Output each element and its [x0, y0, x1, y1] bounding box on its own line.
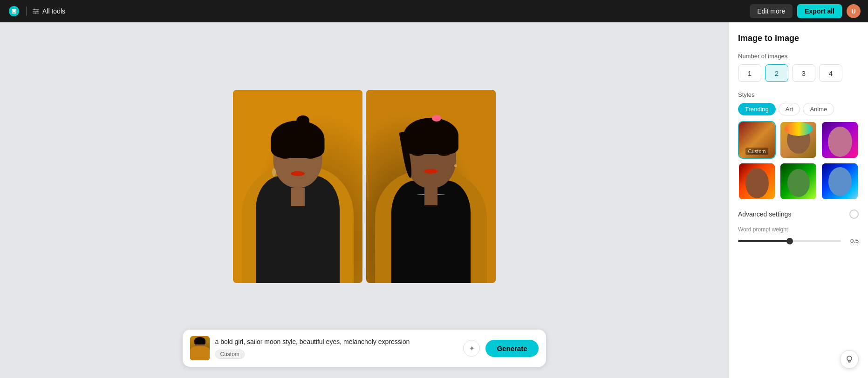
images-container: [233, 90, 496, 283]
slider-value: 0.5: [846, 237, 859, 244]
export-all-button[interactable]: Export all: [797, 4, 842, 18]
style-card-oil-painting[interactable]: Oil painting anime: [821, 162, 859, 200]
slider-track[interactable]: [738, 240, 841, 242]
sparkle-icon: ✦: [469, 344, 475, 353]
style-card-custom[interactable]: Custom: [738, 121, 776, 159]
advanced-settings-row: Advanced settings: [738, 209, 859, 219]
styles-tabs: Trending Art Anime: [738, 103, 859, 115]
avatar[interactable]: U: [847, 4, 861, 18]
num-btn-2[interactable]: 2: [765, 64, 788, 82]
topbar-left: All tools: [7, 5, 65, 18]
prompt-thumbnail: [190, 336, 210, 360]
word-prompt-weight-label: Word prompt weight: [738, 226, 859, 233]
num-btn-4[interactable]: 4: [819, 64, 842, 82]
slider-thumb[interactable]: [786, 238, 793, 244]
style-card-american-bg: American cartoon: [739, 163, 775, 199]
advanced-settings-label: Advanced settings: [738, 210, 791, 218]
style-card-cyberpunk-bg: Cyberpunk: [780, 163, 816, 199]
style-card-cyberpunk[interactable]: Cyberpunk: [779, 162, 817, 200]
slider-row: 0.5: [738, 237, 859, 244]
style-card-custom-bg: Custom: [739, 122, 775, 158]
all-tools-label: All tools: [42, 7, 65, 15]
style-tab-anime[interactable]: Anime: [803, 103, 834, 115]
topbar-divider: [26, 7, 27, 16]
generate-button[interactable]: Generate: [485, 340, 538, 357]
number-of-images-label: Number of images: [738, 53, 859, 60]
hint-button[interactable]: [840, 350, 859, 369]
portrait-figure-2: [366, 90, 496, 283]
portrait-figure-1: [233, 90, 362, 283]
prompt-text: a bold girl, sailor moon style, beautifu…: [215, 338, 458, 347]
svg-point-3: [35, 13, 36, 14]
slider-fill: [738, 240, 790, 242]
advanced-settings-toggle[interactable]: [849, 209, 859, 219]
style-tab-trending[interactable]: Trending: [738, 103, 776, 115]
sparkle-button[interactable]: ✦: [463, 340, 480, 357]
lips-2: [424, 169, 438, 174]
neck-2: [424, 187, 437, 205]
tools-icon: [32, 7, 40, 15]
style-tab-art[interactable]: Art: [779, 103, 800, 115]
earring-1: [272, 168, 276, 176]
hair-bun-1: [296, 115, 309, 126]
topbar: All tools Edit more Export all U: [0, 0, 868, 22]
svg-point-2: [37, 11, 38, 12]
main-layout: a bold girl, sailor moon style, beautifu…: [0, 22, 868, 378]
topbar-right: Edit more Export all U: [750, 4, 861, 18]
num-images-row: 1 2 3 4: [738, 64, 859, 82]
generated-image-2[interactable]: [366, 90, 496, 283]
prompt-bar: a bold girl, sailor moon style, beautifu…: [183, 330, 546, 367]
style-card-american-cartoon[interactable]: American cartoon: [738, 162, 776, 200]
prompt-style-tag[interactable]: Custom: [215, 350, 245, 359]
style-card-cgi-surreal[interactable]: CGI surreal: [821, 121, 859, 159]
edit-more-button[interactable]: Edit more: [750, 4, 793, 18]
canvas-area: a bold girl, sailor moon style, beautifu…: [0, 22, 728, 378]
svg-point-4: [847, 356, 852, 361]
earring-2: [454, 164, 457, 167]
logo-icon[interactable]: [7, 5, 21, 18]
lightbulb-icon: [845, 355, 854, 364]
all-tools-button[interactable]: All tools: [32, 7, 65, 15]
generated-image-1[interactable]: [233, 90, 362, 283]
panel-title: Image to image: [738, 34, 859, 43]
style-card-custom-label: Custom: [745, 148, 769, 155]
num-btn-3[interactable]: 3: [792, 64, 815, 82]
styles-label: Styles: [738, 91, 859, 98]
neck-1: [291, 188, 305, 206]
hair-2: [403, 118, 458, 154]
num-btn-1[interactable]: 1: [738, 64, 761, 82]
style-card-oil-bg: Oil painting anime: [822, 163, 858, 199]
prompt-text-section: a bold girl, sailor moon style, beautifu…: [215, 338, 458, 359]
style-cards-grid: Custom Surreal CGI surreal: [738, 121, 859, 200]
svg-point-1: [34, 9, 35, 10]
hair-bow-2: [432, 115, 441, 122]
style-card-surreal-bg: Surreal: [780, 122, 816, 158]
style-card-surreal[interactable]: Surreal: [779, 121, 817, 159]
lips-1: [291, 171, 305, 176]
right-panel: Image to image Number of images 1 2 3 4 …: [728, 22, 868, 378]
style-card-cgi-bg: CGI surreal: [822, 122, 858, 158]
hair-1: [271, 121, 324, 158]
